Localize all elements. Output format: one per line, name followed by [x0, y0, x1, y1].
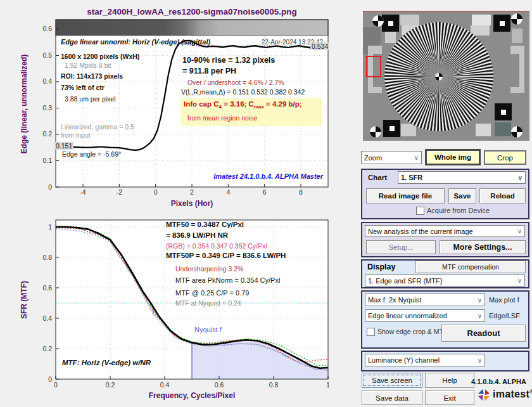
svg-text:1: 1 [48, 223, 52, 231]
zoom-dropdown[interactable]: Zoom∨ [361, 151, 422, 164]
siemens-star-target [363, 11, 529, 141]
display-dropdown-value: 1. Edge and SFR (MTF) [368, 277, 442, 285]
info-cap-line: Info cap C4 = 3.16; Cmax = 4.29 b/p; [184, 100, 302, 110]
svg-text:0.8: 0.8 [42, 254, 52, 261]
edge-lsf-dropdown[interactable]: Edge linear unnormalized∨ [365, 309, 485, 322]
channel-dropdown[interactable]: Luminance (Y) channel∨ [365, 354, 485, 366]
svg-text:0.6: 0.6 [215, 381, 224, 389]
svg-text:0.3: 0.3 [42, 104, 52, 112]
analysis-dropdown[interactable]: New analysis of the current image∨ [365, 225, 525, 237]
save-screen-button[interactable]: Save screen [362, 373, 422, 388]
svg-text:0.2: 0.2 [42, 345, 52, 352]
version-text: 4.1.0.b.4. ALPHA [471, 378, 526, 385]
undersharpening-line: Undersharpening 3.2% [175, 265, 243, 273]
svg-text:0.8: 0.8 [269, 381, 279, 389]
svg-text:0.4: 0.4 [42, 77, 52, 85]
mtf-compensation-button[interactable]: MTF compensation [415, 261, 526, 273]
edge-right-value-label: 0.534 [310, 42, 329, 50]
image-top-red-line [363, 11, 529, 11]
chart-dropdown-value: 1. SFR [401, 174, 422, 181]
mtf50p-line: MTF50P = 0.349 C/P = 836.6 LW/PH [166, 252, 286, 259]
edge-size-line: 1600 x 1200 pixels (WxH) [61, 53, 139, 60]
svg-text:4: 4 [226, 188, 230, 196]
svg-text:0.2: 0.2 [42, 130, 52, 138]
edge-left-value-label: 0.151 [54, 142, 73, 150]
crop-button[interactable]: Crop [484, 150, 526, 165]
whole-img-button[interactable]: Whole img [425, 149, 481, 165]
imatest-credit: Imatest 24.1.0.b.4. ALPHA Master [189, 172, 323, 180]
acquire-from-device-checkbox[interactable] [416, 207, 424, 215]
edge-xlabel: Pixels (Hor) [56, 199, 328, 208]
readout-button[interactable]: Readout [441, 325, 526, 342]
chart-dropdown[interactable]: 1. SFR∨ [398, 171, 526, 184]
mtf-025-line: MTF @ 0.25 C/P = 0.79 [175, 289, 249, 297]
edge-overshoot-line: Over / undershoot = 4.6% / 2.7% [187, 79, 284, 86]
zoom-dropdown-value: Zoom [364, 154, 382, 162]
show-edge-crop-label: Show edge crop & MTF [377, 328, 447, 335]
reload-button[interactable]: Reload [479, 188, 526, 204]
show-edge-crop-checkbox[interactable] [367, 328, 375, 336]
chart-label: Chart [368, 174, 387, 181]
setup-button[interactable]: Setup... [366, 240, 436, 254]
test-chart-image[interactable] [363, 11, 529, 141]
acquire-from-device-label: Acquire from Device [427, 207, 490, 214]
svg-text:2: 2 [190, 188, 194, 196]
svg-text:0: 0 [48, 183, 52, 191]
read-image-file-button[interactable]: Read image file [366, 188, 445, 204]
svg-text:6: 6 [263, 188, 267, 196]
edge-mpx-line: 1.92 Mpxls 8 bit [65, 61, 111, 69]
svg-text:0: 0 [154, 188, 158, 196]
help-button[interactable]: Help [425, 373, 474, 388]
info-cap-note: from mean region noise [187, 114, 257, 122]
svg-text:0.6: 0.6 [42, 284, 52, 292]
edge-um-line: 3.88 um per pixel [65, 95, 116, 103]
edge-lsf-label: Edge/LSF [489, 312, 520, 320]
mtf50-line-2: = 836.9 LW/PH NR [166, 231, 228, 239]
edge-rise-2: = 911.8 per PH [182, 67, 236, 75]
channel-dropdown-value: Luminance (Y) channel [368, 356, 440, 364]
chevron-down-icon: ∨ [517, 277, 522, 284]
svg-text:0.1: 0.1 [42, 157, 52, 164]
chevron-down-icon: ∨ [517, 228, 522, 235]
svg-text:-2: -2 [117, 188, 122, 196]
imatest-window: -4-20246800.10.20.30.40.50.600.20.40.60.… [0, 0, 532, 407]
edge-ctr-line: 73% left of ctr [61, 84, 104, 91]
display-dropdown[interactable]: 1. Edge and SFR (MTF)∨ [365, 275, 525, 287]
edge-rise-1: 10-90% rise = 1.32 pixels [182, 56, 275, 65]
chevron-down-icon: ∨ [478, 357, 482, 364]
exit-button[interactable]: Exit [425, 391, 474, 405]
chevron-down-icon: ∨ [518, 174, 522, 181]
svg-text:0: 0 [54, 381, 58, 389]
save-data-button[interactable]: Save data [362, 391, 422, 405]
chevron-down-icon: ∨ [478, 313, 482, 320]
sfr-xlabel: Frequency, Cycles/Pixel [56, 391, 328, 400]
edge-linearized-1: Linearized, gamma = 0.5 [61, 123, 134, 131]
mtf-nyquist-line: MTF at Nyquist = 0.24 [175, 299, 241, 307]
sfr-corner-label: MTF: Horiz (V-edge) w/NR [62, 359, 151, 366]
max-f-dropdown[interactable]: Max f: 2x Nyquist∨ [365, 294, 485, 306]
info-cap-box: Info cap C4 = 3.16; Cmax = 4.29 b/p; fro… [180, 98, 322, 126]
svg-text:0.2: 0.2 [106, 381, 115, 389]
chevron-down-icon: ∨ [478, 297, 482, 304]
edge-ylabel: Edge (linear, unnormalized) [20, 41, 28, 167]
display-label: Display [367, 262, 395, 271]
svg-text:-4: -4 [80, 188, 86, 196]
edge-v-line: V(L,R,mean,Δ) = 0.151 0.532 0.382 0.342 [181, 88, 305, 96]
svg-text:0.5: 0.5 [42, 51, 52, 59]
roi-rectangle [366, 56, 381, 77]
save-button[interactable]: Save [448, 188, 476, 204]
nyquist-f-label: Nyquist f [194, 326, 222, 333]
more-settings-button[interactable]: More Settings... [440, 240, 526, 254]
mtf50-line-1: MTF50 = 0.3487 Cy/Pxl [166, 221, 244, 228]
svg-text:8: 8 [299, 188, 303, 196]
max-plot-f-label: Max plot f [489, 296, 519, 304]
edge-angle-line: Edge angle = -5.69° [62, 150, 121, 158]
svg-text:1: 1 [326, 381, 330, 389]
edge-linearized-2: from input [61, 131, 91, 139]
svg-text:0.6: 0.6 [42, 25, 52, 32]
svg-text:0.4: 0.4 [42, 314, 52, 322]
edge-roi-line: ROI: 114x173 pixels [61, 72, 123, 80]
svg-text:0.4: 0.4 [160, 381, 170, 389]
imatest-logo-icon [477, 388, 491, 402]
sfr-ylabel: SFR (MTF) [20, 236, 28, 363]
